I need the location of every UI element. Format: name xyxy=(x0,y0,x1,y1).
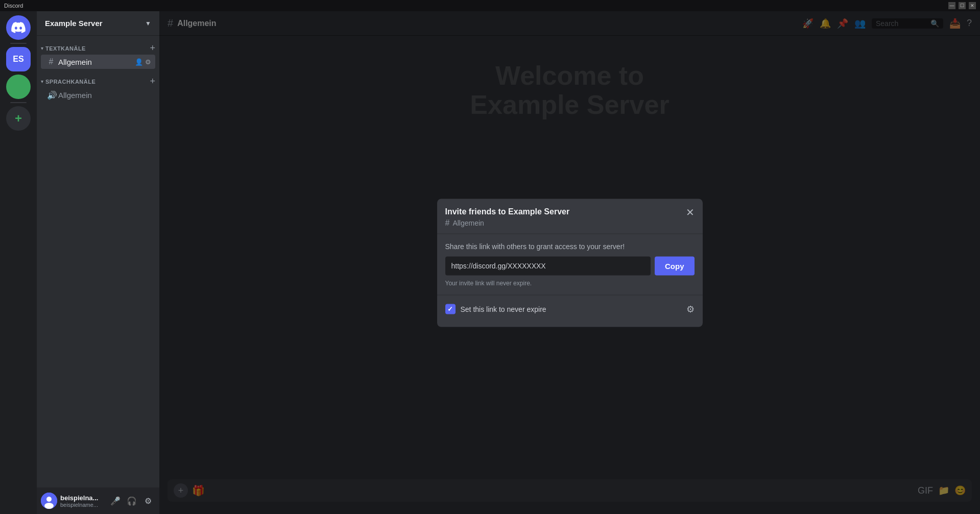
svg-point-1 xyxy=(46,497,52,502)
modal-title: Invite friends to Example Server xyxy=(445,207,695,216)
modal-close-button[interactable]: ✕ xyxy=(686,207,695,217)
avatar xyxy=(41,493,57,509)
discord-home-icon[interactable] xyxy=(6,15,31,40)
deafen-button[interactable]: 🎧 xyxy=(125,494,139,508)
close-button[interactable]: ✕ xyxy=(969,2,976,9)
text-channel-section: ▾ TEXTKANÄLE + # Allgemein 👤 ⚙ xyxy=(37,40,159,69)
channel-settings-icon[interactable]: ⚙ xyxy=(145,58,151,66)
user-info: beispielna... beispielname... xyxy=(60,494,105,508)
server-divider xyxy=(10,43,27,44)
never-expire-row: ✓ Set this link to never expire xyxy=(445,304,546,314)
text-channel-icon: # xyxy=(47,57,55,66)
window-controls: — ☐ ✕ xyxy=(948,2,976,9)
modal-title-text: Invite friends to xyxy=(445,207,509,215)
es-server-icon[interactable]: ES xyxy=(6,47,31,71)
invite-link-row: Copy xyxy=(445,256,695,275)
mute-button[interactable]: 🎤 xyxy=(108,494,123,508)
channel-actions: 👤 ⚙ xyxy=(135,58,151,66)
app-title: Discord xyxy=(4,3,23,9)
svg-point-2 xyxy=(44,503,54,509)
channel-name: Allgemein xyxy=(58,58,132,66)
title-bar: Discord — ☐ ✕ xyxy=(0,0,980,11)
voice-channel-section: ▾ SPRACHKANÄLE + 🔊 Allgemein xyxy=(37,73,159,103)
add-voice-channel-button[interactable]: + xyxy=(150,76,155,87)
user-settings-button[interactable]: ⚙ xyxy=(141,494,155,508)
modal-footer: ✓ Set this link to never expire ⚙ xyxy=(437,303,703,314)
channel-sidebar: Example Server ▼ ▾ TEXTKANÄLE + # Allgem… xyxy=(37,11,159,514)
expire-note: Your invite link will never expire. xyxy=(445,279,695,286)
server-sidebar: ES + xyxy=(0,11,37,514)
maximize-button[interactable]: ☐ xyxy=(959,2,966,9)
user-area: beispielna... beispielname... 🎤 🎧 ⚙ xyxy=(37,487,159,514)
server-name: Example Server xyxy=(45,19,145,28)
voice-channel-name: Allgemein xyxy=(58,91,151,100)
username: beispielna... xyxy=(60,494,105,502)
channel-invite-icon[interactable]: 👤 xyxy=(135,58,143,66)
modal-title-bold: Example Server xyxy=(508,207,569,215)
never-expire-checkbox[interactable]: ✓ xyxy=(445,304,456,314)
modal-hash-icon: # xyxy=(445,218,450,227)
user-status: beispielname... xyxy=(60,502,105,508)
modal-header: Invite friends to Example Server # Allge… xyxy=(437,207,703,234)
text-section-label: TEXTKANÄLE xyxy=(45,45,150,52)
voice-section-arrow: ▾ xyxy=(41,79,43,84)
main-content: # Allgemein 🚀 🔔 📌 👥 Search 🔍 📥 ? Welcome… xyxy=(159,11,980,514)
add-text-channel-button[interactable]: + xyxy=(150,43,155,54)
modal-description: Share this link with others to grant acc… xyxy=(445,242,695,250)
invite-link-input[interactable] xyxy=(445,256,651,275)
server-divider-2 xyxy=(10,102,27,103)
copy-button[interactable]: Copy xyxy=(655,256,695,275)
text-section-header[interactable]: ▾ TEXTKANÄLE + xyxy=(37,40,159,55)
section-arrow: ▾ xyxy=(41,45,43,51)
invite-modal: Invite friends to Example Server # Allge… xyxy=(437,199,703,327)
minimize-button[interactable]: — xyxy=(948,2,955,9)
invite-settings-gear[interactable]: ⚙ xyxy=(686,303,695,314)
voice-section-header[interactable]: ▾ SPRACHKANÄLE + xyxy=(37,73,159,88)
checkmark-icon: ✓ xyxy=(447,305,453,313)
server-header[interactable]: Example Server ▼ xyxy=(37,11,159,36)
user-controls: 🎤 🎧 ⚙ xyxy=(108,494,155,508)
channel-item-allgemein-text[interactable]: # Allgemein 👤 ⚙ xyxy=(41,55,155,69)
modal-channel-row: # Allgemein xyxy=(445,218,695,227)
modal-channel-name: Allgemein xyxy=(452,218,484,227)
channel-item-allgemein-voice[interactable]: 🔊 Allgemein xyxy=(41,88,155,103)
voice-channel-icon: 🔊 xyxy=(47,90,55,100)
modal-divider xyxy=(437,295,703,295)
app-layout: ES + Example Server ▼ ▾ TEXTKANÄLE + # A… xyxy=(0,11,980,514)
add-server-button[interactable]: + xyxy=(6,106,31,131)
modal-body: Share this link with others to grant acc… xyxy=(437,234,703,295)
server-dropdown-arrow: ▼ xyxy=(145,20,151,27)
voice-section-label: SPRACHKANÄLE xyxy=(45,79,150,85)
never-expire-label: Set this link to never expire xyxy=(461,305,546,313)
green-server-icon[interactable] xyxy=(6,75,31,99)
channel-list: ▾ TEXTKANÄLE + # Allgemein 👤 ⚙ ▾ SPR xyxy=(37,36,159,487)
